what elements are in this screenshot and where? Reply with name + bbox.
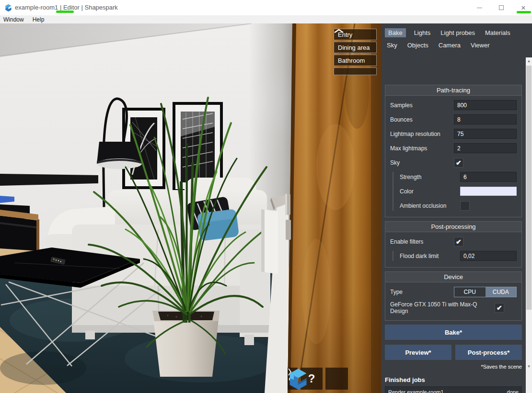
path-tracing-section: Path-tracing Samples Bounces Lightmap re… <box>385 85 522 217</box>
color-label: Color <box>400 188 460 195</box>
tab-bake[interactable]: Bake <box>385 28 406 37</box>
tab-light-probes[interactable]: Light probes <box>439 28 477 37</box>
door <box>288 23 381 393</box>
sky-color-swatch[interactable] <box>460 187 517 196</box>
bake-button[interactable]: Bake* <box>385 325 522 340</box>
menu-window[interactable]: Window <box>0 15 28 23</box>
panel-scrollbar[interactable]: ▲ ▼ <box>526 57 532 393</box>
lightmap-resolution-label: Lightmap resolution <box>390 131 454 137</box>
post-process-button[interactable]: Post-process* <box>455 345 522 360</box>
menu-help[interactable]: Help <box>28 15 49 23</box>
section-title: Post-processing <box>385 222 521 232</box>
green-annotation-editor <box>56 11 74 13</box>
tab-sky[interactable]: Sky <box>385 41 399 50</box>
maximize-button[interactable] <box>491 0 512 15</box>
enable-filters-label: Enable filters <box>390 238 454 245</box>
sky-subgroup: Strength Color Ambient occlusion <box>393 172 517 211</box>
ambient-occlusion-label: Ambient occlusion <box>400 202 460 209</box>
max-lightmaps-input[interactable] <box>454 143 517 153</box>
scroll-down-arrow[interactable]: ▼ <box>526 363 532 370</box>
job-status: done <box>507 389 519 393</box>
viewport-toolbar: ? <box>288 368 376 390</box>
tab-viewer[interactable]: Viewer <box>469 41 492 50</box>
flood-dark-limit-label: Flood dark limit <box>400 253 460 259</box>
shapespark-editor-window: example-room1 | Editor | Shapespark ✕ Wi… <box>0 0 532 393</box>
tour-path-button[interactable] <box>325 368 348 390</box>
max-lightmaps-label: Max lightmaps <box>390 145 454 152</box>
shapespark-logo-button[interactable] <box>351 368 376 390</box>
filters-subgroup: Flood dark limit <box>393 251 517 261</box>
section-title: Device <box>385 272 521 282</box>
flood-dark-limit-input[interactable] <box>460 251 517 261</box>
job-row: Render example-room1 done <box>388 388 519 393</box>
shapespark-logo-icon <box>4 4 12 12</box>
gpu-name-label: GeForce GTX 1050 Ti with Max-Q Design <box>390 301 495 314</box>
samples-label: Samples <box>390 102 454 109</box>
enable-filters-checkbox[interactable] <box>454 237 463 247</box>
bounces-label: Bounces <box>390 116 454 123</box>
preview-button[interactable]: Preview* <box>385 345 451 360</box>
minimize-button[interactable] <box>469 0 490 15</box>
lightmap-resolution-input[interactable] <box>454 129 517 139</box>
settings-panel: Bake Lights Light probes Materials Sky O… <box>381 23 532 393</box>
post-processing-section: Post-processing Enable filters Flood dar… <box>385 221 522 268</box>
sky-label: Sky <box>390 159 454 166</box>
collapse-views-button[interactable] <box>334 67 377 75</box>
scroll-up-arrow[interactable]: ▲ <box>526 57 532 65</box>
samples-input[interactable] <box>454 100 517 110</box>
device-section: Device Type CPU CUDA GeForce GTX 1050 Ti… <box>385 271 522 321</box>
3d-viewport[interactable]: Entry Dining area Bathroom ? <box>0 23 381 393</box>
bounces-input[interactable] <box>454 114 517 124</box>
section-title: Path-tracing <box>385 85 521 96</box>
view-button-dining-area[interactable]: Dining area <box>334 42 377 53</box>
device-type-label: Type <box>390 289 454 295</box>
sky-checkbox[interactable] <box>454 158 463 168</box>
gpu-checkbox[interactable] <box>495 303 504 313</box>
tab-camera[interactable]: Camera <box>437 41 463 50</box>
device-option-cpu[interactable]: CPU <box>454 287 486 297</box>
title-bar: example-room1 | Editor | Shapespark ✕ <box>0 0 532 15</box>
device-option-cuda[interactable]: CUDA <box>486 287 517 297</box>
strength-input[interactable] <box>460 172 517 182</box>
green-annotation-close <box>517 11 531 13</box>
chevron-up-icon <box>334 29 344 34</box>
device-type-toggle: CPU CUDA <box>454 287 517 297</box>
bake-tab-content: Path-tracing Samples Bounces Lightmap re… <box>381 81 526 393</box>
panel-tabs: Bake Lights Light probes Materials Sky O… <box>381 23 525 53</box>
tab-materials[interactable]: Materials <box>483 28 512 37</box>
window-title: example-room1 | Editor | Shapespark <box>15 4 118 11</box>
finished-jobs-title: Finished jobs <box>385 376 522 383</box>
finished-jobs-list: Render example-room1 done Bake example-r… <box>385 386 522 393</box>
menu-bar: Window Help <box>0 15 532 23</box>
view-button-bathroom[interactable]: Bathroom <box>334 55 377 66</box>
room-scene <box>0 23 381 393</box>
scrollbar-thumb[interactable] <box>526 66 532 310</box>
tv-cabinet <box>0 210 39 254</box>
saves-scene-note: *Saves the scene <box>385 364 522 370</box>
job-name: Render example-room1 <box>388 389 444 393</box>
tab-lights[interactable]: Lights <box>412 28 433 37</box>
tab-objects[interactable]: Objects <box>405 41 430 50</box>
ambient-occlusion-checkbox[interactable] <box>460 201 470 211</box>
shapespark-logo-icon <box>288 368 309 391</box>
strength-label: Strength <box>400 174 460 180</box>
view-navigation: Entry Dining area Bathroom <box>334 29 377 75</box>
